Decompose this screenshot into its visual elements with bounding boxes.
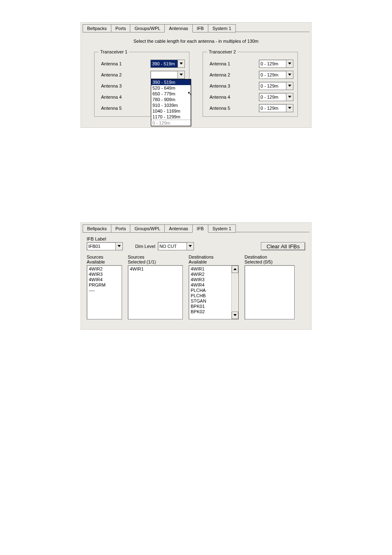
dropdown-option[interactable]: 910 - 1039m <box>151 102 191 108</box>
dropdown-option[interactable]: 0 - 129m <box>151 120 191 126</box>
transceiver-2-group: Transceiver 2 Antenna 1 Antenna 2 <box>203 49 298 117</box>
list-item[interactable]: PLCHB <box>190 293 231 298</box>
sources-available-list[interactable]: 4WIR2 4WIR3 4WIR4 PRGRM ---- <box>87 265 122 319</box>
tab-antennas[interactable]: Antennas <box>164 224 192 233</box>
svg-marker-8 <box>189 245 192 247</box>
chevron-down-icon[interactable] <box>187 243 194 250</box>
dropdown-option[interactable]: 390 - 519m <box>151 79 191 85</box>
svg-marker-4 <box>288 85 291 87</box>
svg-marker-2 <box>288 62 291 65</box>
dropdown-option[interactable]: 780 - 909m <box>151 97 191 102</box>
list-item[interactable]: 4WIR3 <box>88 272 121 277</box>
antenna-1-value[interactable] <box>151 60 178 67</box>
svg-marker-0 <box>180 62 183 65</box>
tab-system1[interactable]: System 1 <box>208 24 236 32</box>
dim-level-combo[interactable] <box>158 242 194 250</box>
ifb-label-combo[interactable] <box>87 242 123 250</box>
transceiver-1-group: Transceiver 1 Antenna 1 Antenna 2 <box>94 49 189 117</box>
antenna-3-value[interactable] <box>259 82 286 90</box>
antenna-2-dropdown-list[interactable]: 390 - 519m 520 - 649m 650 - 779m 780 - 9… <box>151 79 191 126</box>
chevron-down-icon[interactable] <box>178 71 184 79</box>
svg-marker-3 <box>288 74 291 76</box>
destinations-available-list[interactable]: 4WIR1 4WIR2 4WIR3 4WIR4 PLCHA PLCHB STGA… <box>189 265 239 319</box>
antenna-5-value[interactable] <box>259 104 286 112</box>
antennas-instruction: Select the cable length for each antenna… <box>87 39 305 44</box>
antenna-2-combo[interactable] <box>259 71 293 79</box>
ifb-label-value[interactable] <box>87 243 115 250</box>
tab-ifb[interactable]: IFB <box>192 224 208 233</box>
dim-level-caption: Dim Level <box>135 244 155 249</box>
svg-marker-10 <box>233 314 237 316</box>
dim-level-value[interactable] <box>158 243 187 250</box>
dropdown-option[interactable]: 520 - 649m <box>151 85 191 91</box>
transceiver-1-legend: Transceiver 1 <box>99 49 129 54</box>
antenna-1-combo[interactable] <box>150 60 185 68</box>
tab-groups-wpl[interactable]: Groups/WPL <box>130 224 165 233</box>
chevron-down-icon[interactable] <box>178 60 184 67</box>
antenna-4-combo[interactable] <box>259 93 293 101</box>
scroll-up-icon[interactable] <box>232 266 238 273</box>
chevron-down-icon[interactable] <box>286 104 293 112</box>
list-item[interactable]: 4WIR3 <box>190 277 231 282</box>
antenna-5-label: Antenna 5 <box>210 106 230 111</box>
list-item[interactable]: STGAN <box>190 298 231 304</box>
antenna-5-label: Antenna 5 <box>101 106 122 111</box>
antenna-3-label: Antenna 3 <box>210 83 230 88</box>
chevron-down-icon[interactable] <box>286 93 293 101</box>
ifb-label-caption: IFB Label <box>87 236 123 241</box>
ifb-top-row: IFB Label Dim Level Clear All IFBs <box>87 236 305 250</box>
transceiver-2-legend: Transceiver 2 <box>207 49 238 54</box>
antenna-1-combo[interactable] <box>259 60 293 68</box>
list-item[interactable]: BPK01 <box>190 304 231 309</box>
antenna-5-combo[interactable] <box>259 104 293 112</box>
tab-ifb[interactable]: IFB <box>192 24 208 32</box>
list-item[interactable]: 4WIR4 <box>88 277 121 282</box>
antenna-2-value[interactable] <box>151 71 178 79</box>
destination-selected-list[interactable] <box>244 265 295 319</box>
antenna-2-label: Antenna 2 <box>101 72 122 77</box>
dropdown-option[interactable]: 650 - 779m <box>151 91 191 97</box>
antenna-2-value[interactable] <box>259 71 286 79</box>
clear-all-ifbs-button[interactable]: Clear All IFBs <box>261 242 305 250</box>
list-item[interactable]: BPK02 <box>190 309 231 314</box>
list-item[interactable]: PRGRM <box>88 282 121 288</box>
list-item[interactable]: PLCHA <box>190 288 231 293</box>
scrollbar[interactable] <box>231 266 238 319</box>
destinations-available-header: Destinations Available <box>189 254 239 264</box>
dropdown-option[interactable]: 1040 - 1169m <box>151 108 191 114</box>
tab-ports[interactable]: Ports <box>111 24 131 32</box>
sources-selected-list[interactable]: 4WIR1 <box>128 265 183 319</box>
dropdown-option[interactable]: 1170 - 1299m <box>151 114 191 120</box>
list-item[interactable]: 4WIR1 <box>129 266 182 272</box>
chevron-down-icon[interactable] <box>286 60 293 67</box>
chevron-down-icon[interactable] <box>286 71 293 79</box>
list-item[interactable]: 4WIR2 <box>190 272 231 277</box>
chevron-down-icon[interactable] <box>115 243 122 250</box>
list-item[interactable]: 4WIR1 <box>190 266 231 272</box>
tab-system1[interactable]: System 1 <box>208 224 236 233</box>
antenna-3-combo[interactable] <box>259 82 293 90</box>
svg-marker-6 <box>288 107 291 109</box>
antenna-2-combo[interactable]: 390 - 519m 520 - 649m 650 - 779m 780 - 9… <box>150 71 185 79</box>
scroll-down-icon[interactable] <box>232 312 238 319</box>
tab-beltpacks[interactable]: Beltpacks <box>83 24 111 32</box>
antenna-4-value[interactable] <box>259 93 286 101</box>
tab-groups-wpl[interactable]: Groups/WPL <box>130 24 165 32</box>
tab-beltpacks[interactable]: Beltpacks <box>83 224 111 233</box>
antenna-1-value[interactable] <box>259 60 286 67</box>
antenna-3-label: Antenna 3 <box>101 83 122 88</box>
list-item[interactable]: 4WIR4 <box>190 282 231 288</box>
tab-antennas[interactable]: Antennas <box>164 24 192 32</box>
list-item[interactable]: 4WIR2 <box>88 266 121 272</box>
antennas-config-panel: Beltpacks Ports Groups/WPL Antennas IFB … <box>81 22 311 128</box>
ifb-config-panel: Beltpacks Ports Groups/WPL Antennas IFB … <box>81 222 311 330</box>
chevron-down-icon[interactable] <box>286 82 293 90</box>
sources-available-header: Sources Available <box>87 254 122 264</box>
tabstrip: Beltpacks Ports Groups/WPL Antennas IFB … <box>81 223 311 232</box>
scroll-track[interactable] <box>232 273 238 312</box>
tab-ports[interactable]: Ports <box>111 224 131 233</box>
svg-marker-5 <box>288 96 291 98</box>
svg-marker-1 <box>180 74 183 76</box>
list-item[interactable]: ---- <box>88 288 121 293</box>
antenna-2-label: Antenna 2 <box>210 72 230 77</box>
